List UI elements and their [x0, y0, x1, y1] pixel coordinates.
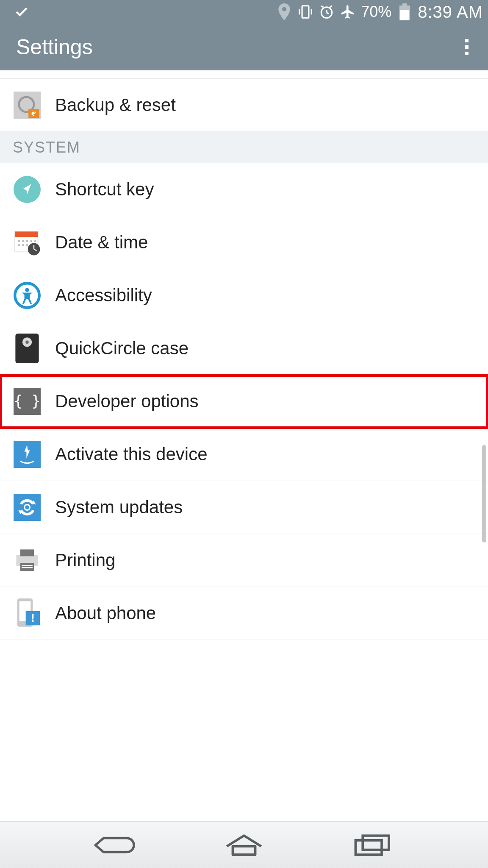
home-button[interactable] [219, 832, 269, 858]
svg-text:!: ! [31, 612, 35, 624]
svg-point-23 [22, 244, 24, 246]
alarm-icon [319, 4, 335, 20]
list-item-system-updates[interactable]: System updates [0, 481, 488, 534]
list-item-backup-reset[interactable]: Backup & reset [0, 79, 488, 132]
activate-device-icon [13, 440, 42, 469]
svg-rect-36 [14, 494, 41, 521]
more-options-button[interactable] [465, 39, 472, 55]
battery-icon [396, 4, 413, 20]
app-bar: Settings [0, 24, 488, 70]
list-item-quickcircle[interactable]: QuickCircle case [0, 322, 488, 375]
list-item-label: System updates [55, 497, 183, 517]
svg-point-19 [26, 240, 28, 242]
svg-point-18 [22, 240, 24, 242]
vibrate-icon [297, 4, 313, 20]
list-item-date-time[interactable]: Date & time [0, 216, 488, 269]
developer-options-icon: { } [13, 387, 42, 416]
svg-rect-41 [22, 565, 33, 566]
svg-rect-9 [402, 3, 407, 6]
svg-point-21 [34, 240, 36, 242]
svg-point-24 [26, 244, 28, 246]
svg-point-32 [25, 341, 28, 344]
list-item-label: Date & time [55, 232, 148, 253]
check-icon [14, 4, 30, 20]
backup-reset-icon [13, 91, 42, 120]
list-item-label: Printing [55, 550, 115, 570]
list-item-label: Backup & reset [55, 95, 176, 115]
list-item-label: Activate this device [55, 444, 208, 465]
nav-bar [0, 821, 488, 868]
status-bar: 70% 8:39 AM [0, 0, 488, 24]
airplane-icon [340, 4, 356, 20]
list-item-accessibility[interactable]: Accessibility [0, 269, 488, 322]
svg-point-17 [18, 240, 20, 242]
list-item-label: Developer options [55, 391, 199, 412]
svg-rect-48 [355, 840, 382, 854]
printing-icon [13, 546, 42, 575]
system-updates-icon [13, 493, 42, 522]
list-item-developer-options[interactable]: { } Developer options [0, 375, 488, 428]
section-header-system: SYSTEM [0, 132, 488, 163]
list-item-label: Shortcut key [55, 179, 154, 200]
recent-apps-button[interactable] [347, 832, 398, 858]
svg-rect-16 [15, 231, 38, 237]
svg-point-29 [25, 288, 29, 292]
list-item-shortcut-key[interactable]: Shortcut key [0, 163, 488, 216]
scroll-indicator[interactable] [482, 445, 486, 542]
list-item-label: QuickCircle case [55, 338, 189, 359]
clock-time: 8:39 AM [418, 3, 483, 22]
svg-line-6 [322, 6, 324, 7]
about-phone-icon: ! [13, 599, 42, 628]
svg-rect-42 [22, 567, 33, 568]
spacer [0, 70, 488, 79]
svg-rect-39 [20, 549, 34, 556]
svg-line-7 [330, 6, 332, 7]
shortcut-key-icon [13, 175, 42, 204]
battery-percentage: 70% [361, 3, 391, 21]
settings-list: Backup & reset SYSTEM Shortcut key Date … [0, 70, 488, 640]
list-item-label: Accessibility [55, 285, 152, 306]
svg-rect-49 [363, 835, 389, 850]
quickcircle-icon [13, 334, 42, 363]
list-item-label: About phone [55, 603, 156, 623]
svg-rect-10 [400, 6, 410, 10]
svg-rect-47 [233, 846, 255, 854]
list-item-activate-device[interactable]: Activate this device [0, 428, 488, 481]
location-icon [276, 4, 292, 20]
accessibility-icon [13, 281, 42, 310]
svg-text:{ }: { } [14, 392, 41, 409]
date-time-icon [13, 228, 42, 257]
svg-point-20 [30, 240, 32, 242]
back-button[interactable] [90, 832, 141, 858]
page-title: Settings [16, 35, 93, 59]
list-item-about-phone[interactable]: ! About phone [0, 587, 488, 640]
svg-rect-0 [302, 6, 309, 18]
list-item-printing[interactable]: Printing [0, 534, 488, 587]
svg-point-22 [18, 244, 20, 246]
svg-line-5 [327, 13, 329, 14]
